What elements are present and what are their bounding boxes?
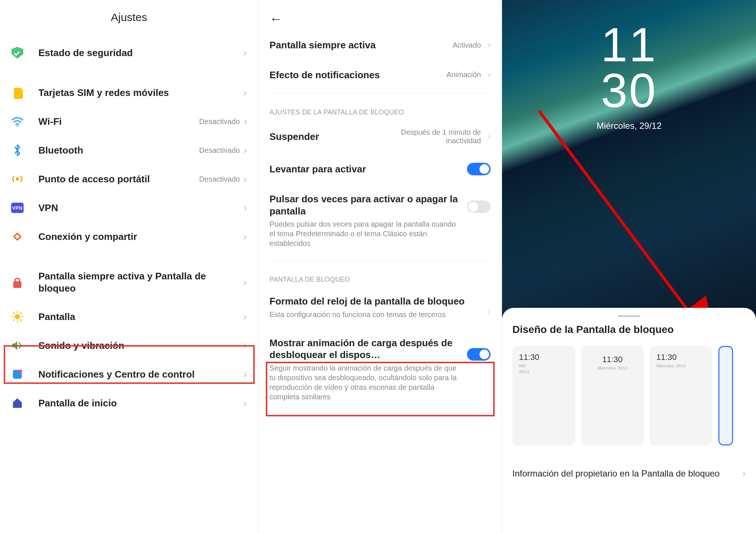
label: Información del propietario en la Pantal… <box>512 468 742 479</box>
clock-hours: 11 <box>597 22 662 68</box>
svg-line-10 <box>13 320 14 321</box>
status: Desactivado <box>199 175 240 183</box>
svg-line-11 <box>20 313 21 314</box>
section-header: PANTALLA DE BLOQUEO <box>258 265 502 286</box>
label: Mostrar animación de carga después de de… <box>269 337 460 361</box>
label: Tarjetas SIM y redes móviles <box>24 87 244 99</box>
sim-icon <box>11 86 24 99</box>
row-always-on-display[interactable]: Pantalla siempre activa Activado › <box>258 30 502 60</box>
description: Puedes pulsar dos veces para apagar la p… <box>269 219 460 248</box>
label: Wi-Fi <box>24 116 199 128</box>
row-connection-share[interactable]: Conexión y compartir › <box>0 222 258 251</box>
description: Seguir mostrando la animación de carga d… <box>269 363 460 402</box>
lockscreen-clock-designer: 11 30 Miércoles, 29/12 Diseño de la Pant… <box>502 0 756 533</box>
row-notifications-control[interactable]: Notificaciones y Centro de control › <box>0 360 258 389</box>
row-raise-to-wake[interactable]: Levantar para activar <box>258 154 502 184</box>
label: Suspender <box>269 131 385 143</box>
svg-point-1 <box>16 178 19 180</box>
label: Notificaciones y Centro de control <box>24 368 244 381</box>
vpn-icon: VPN <box>11 202 24 214</box>
chevron-right-icon: › <box>244 173 247 185</box>
chevron-right-icon: › <box>244 47 247 59</box>
row-wifi[interactable]: Wi-Fi Desactivado › <box>0 107 258 136</box>
label: Formato del reloj de la pantalla de bloq… <box>269 295 477 307</box>
settings-main-screen: Ajustes Estado de seguridad › Tarjetas S… <box>0 0 258 533</box>
sound-icon <box>11 339 24 352</box>
home-icon <box>11 397 24 409</box>
toggle-raise-to-wake[interactable] <box>467 163 491 175</box>
chevron-right-icon: › <box>244 276 247 288</box>
chevron-right-icon: › <box>488 131 491 142</box>
drag-handle[interactable] <box>618 315 640 317</box>
status: Desactivado <box>199 146 240 155</box>
layout-picker-sheet: Diseño de la Pantalla de bloqueo 11:30 M… <box>502 308 756 533</box>
label: VPN <box>24 202 244 214</box>
lockscreen-preview: 11 30 Miércoles, 29/12 <box>502 0 756 321</box>
chevron-right-icon: › <box>244 231 247 243</box>
label: Sonido y vibración <box>24 340 244 352</box>
back-button[interactable]: ← <box>269 11 283 27</box>
row-double-tap[interactable]: Pulsar dos veces para activar o apagar l… <box>258 184 502 257</box>
label: Efecto de notificaciones <box>269 69 439 81</box>
chevron-right-icon: › <box>488 70 491 80</box>
brightness-icon <box>11 310 24 323</box>
value: Animación <box>447 71 481 79</box>
row-sleep[interactable]: Suspender Después de 1 minuto de inactiv… <box>258 119 502 154</box>
description: Esta configuración no funciona con temas… <box>269 310 477 319</box>
row-security-status[interactable]: Estado de seguridad › <box>0 38 258 67</box>
chevron-right-icon: › <box>742 468 746 479</box>
toggle-charge-animation[interactable] <box>467 348 491 361</box>
lockscreen-settings-screen: ← Pantalla siempre activa Activado › Efe… <box>258 0 502 533</box>
label: Pantalla siempre activa y Pantalla de bl… <box>24 270 244 294</box>
row-charge-animation[interactable]: Mostrar animación de carga después de de… <box>258 328 502 410</box>
svg-point-13 <box>18 369 22 373</box>
chevron-right-icon: › <box>244 368 247 380</box>
row-home-screen[interactable]: Pantalla de inicio › <box>0 389 258 417</box>
value: Activado <box>453 41 481 49</box>
row-notification-effect[interactable]: Efecto de notificaciones Animación › <box>258 60 502 90</box>
label: Pantalla de inicio <box>24 397 244 409</box>
label: Pantalla siempre activa <box>269 39 445 51</box>
sheet-title: Diseño de la Pantalla de bloqueo <box>512 324 746 336</box>
chevron-right-icon: › <box>244 202 247 214</box>
notifications-icon <box>11 368 24 381</box>
toggle-double-tap[interactable] <box>467 200 491 213</box>
layout-option-center[interactable]: 11:30 Miércoles, 29/12 <box>581 346 644 446</box>
layout-option-selected[interactable] <box>718 346 733 446</box>
wifi-icon <box>11 115 24 128</box>
svg-point-0 <box>17 125 18 127</box>
chevron-right-icon: › <box>244 397 247 409</box>
shield-icon <box>11 47 24 59</box>
row-sound-vibration[interactable]: Sonido y vibración › <box>0 331 258 360</box>
svg-line-8 <box>13 313 14 314</box>
page-title: Ajustes <box>0 0 258 38</box>
annotation-arrow <box>532 107 724 321</box>
layout-option-left[interactable]: 11:30 MIE 29/12 <box>512 346 575 446</box>
layout-options: 11:30 MIE 29/12 11:30 Miércoles, 29/12 1… <box>512 346 746 446</box>
section-header: AJUSTES DE LA PANTALLA DE BLOQUEO <box>258 97 502 119</box>
svg-rect-2 <box>13 281 21 288</box>
row-sim-networks[interactable]: Tarjetas SIM y redes móviles › <box>0 78 258 107</box>
svg-line-14 <box>539 111 701 321</box>
chevron-right-icon: › <box>244 144 247 156</box>
row-bluetooth[interactable]: Bluetooth Desactivado › <box>0 136 258 165</box>
value: Después de 1 minuto de inactividad <box>392 128 481 145</box>
label: Bluetooth <box>24 144 199 157</box>
row-hotspot[interactable]: Punto de acceso portátil Desactivado › <box>0 165 258 193</box>
hotspot-icon <box>11 173 24 185</box>
row-owner-info[interactable]: Información del propietario en la Pantal… <box>512 457 746 490</box>
svg-point-3 <box>15 314 20 319</box>
lock-icon <box>11 276 24 289</box>
chevron-right-icon: › <box>244 87 247 99</box>
row-lockscreen-clock-format[interactable]: Formato del reloj de la pantalla de bloq… <box>258 286 502 328</box>
clock-date: Miércoles, 29/12 <box>597 121 662 131</box>
chevron-right-icon: › <box>244 311 247 323</box>
svg-line-9 <box>20 320 21 321</box>
share-icon <box>11 230 24 243</box>
clock-minutes: 30 <box>597 68 662 114</box>
row-aod-lockscreen[interactable]: Pantalla siempre activa y Pantalla de bl… <box>0 262 258 302</box>
layout-option-left2[interactable]: 11:30 Miércoles, 29/12 <box>650 346 712 446</box>
row-vpn[interactable]: VPN VPN › <box>0 193 258 222</box>
bluetooth-icon <box>11 144 24 157</box>
row-display[interactable]: Pantalla › <box>0 302 258 331</box>
